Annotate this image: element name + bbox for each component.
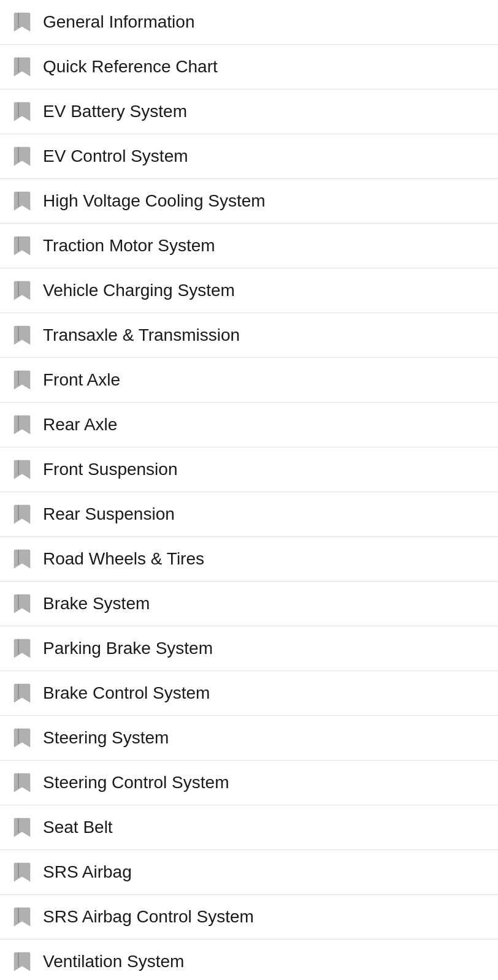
list-item[interactable]: EV Battery System (0, 89, 498, 134)
list-item[interactable]: Front Suspension (0, 447, 498, 492)
list-item[interactable]: Vehicle Charging System (0, 268, 498, 313)
list-item[interactable]: SRS Airbag Control System (0, 895, 498, 940)
bookmark-icon (12, 727, 32, 749)
item-label: Seat Belt (43, 817, 113, 838)
list-item[interactable]: Steering System (0, 716, 498, 761)
item-label: Traction Motor System (43, 235, 215, 256)
list-item[interactable]: EV Control System (0, 134, 498, 179)
list-item[interactable]: Rear Suspension (0, 492, 498, 537)
bookmark-icon (12, 816, 32, 838)
bookmark-icon (12, 369, 32, 391)
bookmark-icon (12, 682, 32, 704)
item-label: Quick Reference Chart (43, 56, 218, 77)
list-item[interactable]: Ventilation System (0, 940, 498, 980)
bookmark-icon (12, 279, 32, 302)
item-label: High Voltage Cooling System (43, 191, 266, 211)
item-label: Rear Axle (43, 414, 117, 435)
menu-list: General Information Quick Reference Char… (0, 0, 498, 980)
bookmark-icon (12, 637, 32, 659)
list-item[interactable]: High Voltage Cooling System (0, 179, 498, 224)
item-label: SRS Airbag (43, 862, 132, 883)
bookmark-icon (12, 190, 32, 212)
bookmark-icon (12, 861, 32, 883)
list-item[interactable]: SRS Airbag (0, 850, 498, 895)
item-label: Front Suspension (43, 459, 177, 480)
bookmark-icon (12, 324, 32, 346)
list-item[interactable]: Parking Brake System (0, 626, 498, 671)
item-label: SRS Airbag Control System (43, 906, 254, 927)
bookmark-icon (12, 414, 32, 436)
item-label: EV Battery System (43, 101, 187, 122)
list-item[interactable]: Seat Belt (0, 805, 498, 850)
bookmark-icon (12, 951, 32, 973)
item-label: General Information (43, 12, 194, 32)
item-label: Brake System (43, 593, 150, 614)
bookmark-icon (12, 906, 32, 928)
bookmark-icon (12, 56, 32, 78)
list-item[interactable]: Front Axle (0, 358, 498, 403)
list-item[interactable]: Road Wheels & Tires (0, 537, 498, 582)
bookmark-icon (12, 593, 32, 615)
bookmark-icon (12, 101, 32, 123)
item-label: Road Wheels & Tires (43, 549, 204, 569)
list-item[interactable]: General Information (0, 0, 498, 45)
list-item[interactable]: Transaxle & Transmission (0, 313, 498, 358)
item-label: Front Axle (43, 370, 120, 390)
list-item[interactable]: Steering Control System (0, 761, 498, 805)
item-label: Steering System (43, 727, 169, 748)
bookmark-icon (12, 503, 32, 525)
list-item[interactable]: Brake System (0, 582, 498, 626)
item-label: Parking Brake System (43, 638, 213, 659)
bookmark-icon (12, 772, 32, 794)
list-item[interactable]: Quick Reference Chart (0, 45, 498, 89)
item-label: Ventilation System (43, 951, 184, 972)
bookmark-icon (12, 11, 32, 33)
item-label: Vehicle Charging System (43, 280, 235, 301)
bookmark-icon (12, 458, 32, 481)
bookmark-icon (12, 145, 32, 167)
item-label: Brake Control System (43, 683, 210, 704)
list-item[interactable]: Traction Motor System (0, 224, 498, 268)
item-label: Transaxle & Transmission (43, 325, 240, 346)
list-item[interactable]: Rear Axle (0, 403, 498, 447)
list-item[interactable]: Brake Control System (0, 671, 498, 716)
item-label: Steering Control System (43, 772, 229, 793)
item-label: EV Control System (43, 146, 188, 167)
bookmark-icon (12, 235, 32, 257)
bookmark-icon (12, 548, 32, 570)
item-label: Rear Suspension (43, 504, 175, 525)
